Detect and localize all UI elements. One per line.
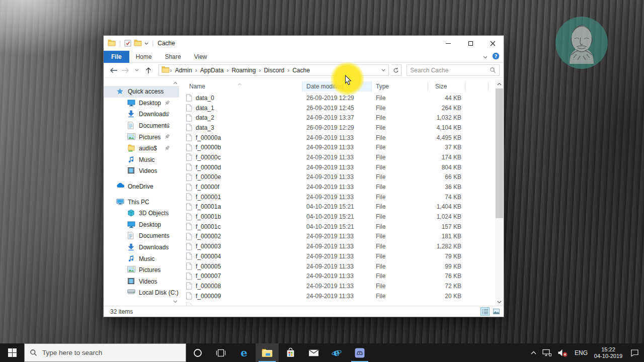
sidebar-item-documents[interactable]: Documents [104,230,179,242]
sidebar-item-documents[interactable]: Documents [104,120,179,132]
file-row[interactable]: f_00000f24-09-2019 11:33File36 KB [179,182,495,192]
file-row[interactable]: f_00000224-09-2019 11:33File181 KB [179,232,495,242]
search-input[interactable] [410,67,490,74]
taskbar-app-file-explorer[interactable] [256,343,279,362]
file-row[interactable]: data_026-09-2019 12:29File44 KB [179,93,495,103]
sidebar-item-downloads[interactable]: Downloads [104,242,179,253]
file-row-partial[interactable] [179,301,495,306]
sidebar-item-this-pc[interactable]: This PC [104,196,179,208]
file-row[interactable]: f_00000c24-09-2019 11:33File174 KB [179,152,495,162]
chevron-down-icon [381,69,385,71]
customize-qat-chevron-icon[interactable] [144,42,148,45]
taskbar-app-discord[interactable] [348,343,371,362]
sidebar-item-music[interactable]: Music [104,154,179,166]
file-row[interactable]: f_00000524-09-2019 11:33File99 KB [179,261,495,272]
sidebar-item-music[interactable]: Music [104,253,179,264]
file-row[interactable]: f_00000924-09-2019 11:33File20 KB [179,291,495,301]
expand-ribbon-chevron-icon[interactable] [483,53,488,60]
taskbar-app-internet-explorer[interactable]: e [325,343,348,362]
file-row[interactable]: f_00000824-09-2019 11:33File72 KB [179,281,495,291]
up-button[interactable] [144,65,153,76]
language-indicator[interactable]: ENG [571,343,592,362]
volume-muted-icon[interactable] [554,343,571,362]
file-row[interactable]: f_00001c04-10-2019 15:21File157 KB [179,222,495,232]
file-row[interactable]: f_00001a04-10-2019 15:21File1,404 KB [179,202,495,212]
file-row[interactable]: f_00000b24-09-2019 11:33File37 KB [179,142,495,152]
sidebar-item-pictures[interactable]: Pictures [104,264,179,276]
taskbar-app-edge[interactable]: e [232,343,256,362]
clock[interactable]: 15:2204-10-2019 [592,343,625,362]
forward-button[interactable] [120,65,130,76]
taskbar-search-box[interactable] [24,343,186,362]
action-center-button[interactable] [625,343,644,362]
breadcrumb-item[interactable]: Cache [290,67,312,74]
minimize-button[interactable] [437,36,459,51]
taskbar-app-mail[interactable] [302,343,325,362]
properties-qat-icon[interactable] [124,40,131,47]
start-button[interactable] [0,343,24,362]
ribbon-tabs: File Home Share View ? [104,51,504,63]
sidebar-item-quick-access[interactable]: Quick access [104,86,179,98]
file-row[interactable]: data_126-09-2019 12:45File264 KB [179,103,495,113]
details-view-button[interactable] [480,307,490,316]
sidebar-item-onedrive[interactable]: OneDrive [104,181,179,193]
column-header-size[interactable]: Size [428,81,465,92]
sidebar-item-local-disk-c[interactable]: Local Disk (C:) [104,287,179,299]
file-row[interactable]: f_00000a24-09-2019 11:33File4,495 KB [179,133,495,143]
vertical-scrollbar[interactable] [495,80,504,306]
thumbnails-view-button[interactable] [492,307,501,316]
recent-locations-button[interactable] [132,65,141,76]
taskbar-app-cortana[interactable] [186,343,209,362]
sidebar-scroll-up-icon[interactable] [173,79,178,86]
maximize-button[interactable] [459,36,481,51]
file-row[interactable]: f_00000124-09-2019 11:33File74 KB [179,192,495,202]
breadcrumb-item[interactable]: Admin [173,67,195,74]
file-icon [186,262,193,270]
address-dropdown-button[interactable] [378,69,388,71]
close-button[interactable] [481,36,504,51]
new-folder-qat-icon[interactable] [134,39,142,48]
breadcrumb-item[interactable]: AppData [198,67,226,74]
tab-home[interactable]: Home [129,51,158,63]
scrollbar-thumb[interactable] [496,88,503,218]
tab-share[interactable]: Share [158,51,188,63]
file-row[interactable]: f_00000324-09-2019 11:33File1,282 KB [179,241,495,251]
refresh-button[interactable] [391,64,401,76]
sidebar-scroll-down-icon[interactable] [173,298,178,305]
column-header-type[interactable]: Type [372,81,428,92]
file-name: f_000003 [196,243,221,250]
file-row[interactable]: data_326-09-2019 12:29File4,104 KB [179,123,495,133]
tab-file[interactable]: File [104,51,129,63]
file-date: 24-09-2019 11:33 [302,283,372,290]
breadcrumb-item[interactable]: Discord [261,67,287,74]
search-box[interactable] [407,64,500,76]
sidebar-item-desktop[interactable]: Desktop [104,219,179,231]
taskbar-app-store[interactable] [279,343,302,362]
network-icon[interactable] [539,343,554,362]
tray-overflow-chevron-icon[interactable] [527,343,539,362]
tab-view[interactable]: View [188,51,214,63]
scroll-up-arrow-icon[interactable] [495,80,504,87]
sidebar-item-videos[interactable]: Videos [104,165,179,177]
sidebar-item-videos[interactable]: Videos [104,276,179,288]
file-row[interactable]: data_224-09-2019 13:37File1,032 KB [179,113,495,123]
help-icon[interactable]: ? [492,52,500,61]
file-row[interactable]: f_00000724-09-2019 11:33File76 KB [179,271,495,281]
sidebar-item-3d-objects[interactable]: 3D Objects [104,208,179,219]
back-button[interactable] [109,65,118,76]
sidebar-item-audio[interactable]: audio$ [104,143,179,154]
taskbar-app-task-view[interactable] [209,343,232,362]
scroll-down-arrow-icon[interactable] [495,298,504,306]
file-row[interactable]: f_00000e24-09-2019 11:33File66 KB [179,172,495,183]
file-date: 24-09-2019 11:33 [302,164,372,171]
file-row[interactable]: f_00000424-09-2019 11:33File79 KB [179,251,495,261]
title-bar[interactable]: | | Cache [104,36,504,51]
sidebar-item-downloads[interactable]: Downloads [104,109,179,120]
file-row[interactable]: f_00000d24-09-2019 11:33File804 KB [179,162,495,172]
sidebar-item-desktop[interactable]: Desktop [104,98,179,109]
sidebar-item-pictures[interactable]: Pictures [104,131,179,143]
desktop: | | Cache File Home Share View ? [0,0,644,362]
breadcrumb-item[interactable]: Roaming [229,67,258,74]
taskbar-search-input[interactable] [42,349,181,356]
file-row[interactable]: f_00001b04-10-2019 15:21File1,024 KB [179,212,495,222]
